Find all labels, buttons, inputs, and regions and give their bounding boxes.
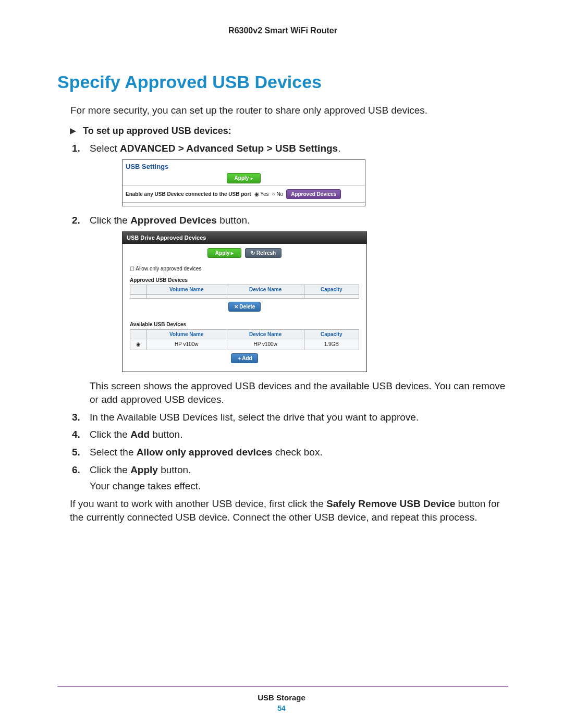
usb-enable-label: Enable any USB Device connected to the U… <box>126 191 251 198</box>
step-4: Click the Add button. <box>90 428 508 441</box>
footer-label: USB Storage <box>0 693 563 702</box>
table-row[interactable]: ◉ HP v100w HP v100w 1.9GB <box>130 339 359 350</box>
doc-header: R6300v2 Smart WiFi Router <box>57 26 508 35</box>
allow-only-checkbox[interactable]: ☐ Allow only approved devices <box>130 265 359 273</box>
step-5: Select the Allow only approved devices c… <box>90 446 508 459</box>
procedure-heading-text: To set up approved USB devices: <box>83 126 231 136</box>
page-number: 54 <box>0 704 563 712</box>
dialog-title: USB Drive Approved Devices <box>123 232 366 244</box>
svg-marker-0 <box>70 128 76 134</box>
closing-paragraph: If you want to work with another USB dev… <box>70 497 508 524</box>
screenshot-usb-settings: USB Settings Apply▸ Enable any USB Devic… <box>122 159 365 207</box>
page-footer: USB Storage 54 <box>0 686 563 712</box>
step-6: Click the Apply button. Your change take… <box>90 463 508 493</box>
step-2: Click the Approved Devices button. USB D… <box>90 214 508 406</box>
approved-devices-button[interactable]: Approved Devices <box>286 189 341 200</box>
intro-text: For more security, you can set up the ro… <box>70 105 508 116</box>
page-title: Specify Approved USB Devices <box>57 72 508 92</box>
available-usb-table: Volume Name Device Name Capacity ◉ HP v1… <box>130 329 359 350</box>
approved-table-label: Approved USB Devices <box>130 277 359 284</box>
delete-button[interactable]: ✕ Delete <box>228 302 261 312</box>
step-1: Select ADVANCED > Advanced Setup > USB S… <box>90 142 508 206</box>
approved-usb-table: Volume Name Device Name Capacity <box>130 285 359 299</box>
apply-button[interactable]: Apply▸ <box>227 173 261 183</box>
add-button[interactable]: ＋Add <box>231 353 258 364</box>
step-6-note: Your change takes effect. <box>90 479 508 493</box>
radio-yes[interactable]: ◉ Yes <box>254 191 269 198</box>
refresh-button[interactable]: ↻ Refresh <box>245 248 282 258</box>
procedure-heading: To set up approved USB devices: <box>70 126 508 137</box>
available-table-label: Available USB Devices <box>130 321 359 328</box>
radio-no[interactable]: ○ No <box>272 191 284 198</box>
arrow-icon <box>70 126 77 137</box>
step-2-note: This screen shows the approved USB devic… <box>90 379 508 406</box>
radio-select[interactable]: ◉ <box>136 341 141 347</box>
panel-title: USB Settings <box>123 160 365 171</box>
apply-button[interactable]: Apply ▸ <box>207 248 242 258</box>
screenshot-approved-devices: USB Drive Approved Devices Apply ▸ ↻ Ref… <box>122 231 367 372</box>
step-3: In the Available USB Devices list, selec… <box>90 411 508 424</box>
